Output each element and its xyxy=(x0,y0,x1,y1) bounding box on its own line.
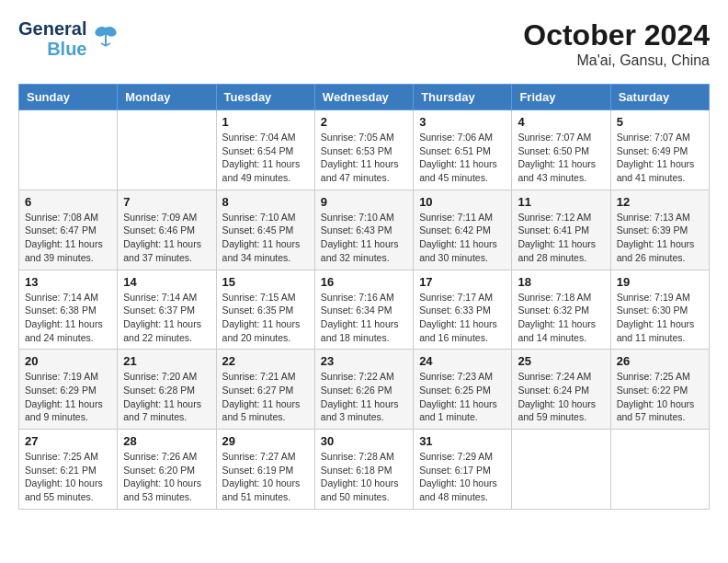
day-number: 3 xyxy=(419,115,506,129)
calendar-table: SundayMondayTuesdayWednesdayThursdayFrid… xyxy=(18,84,710,510)
day-cell: 12Sunrise: 7:13 AM Sunset: 6:39 PM Dayli… xyxy=(610,190,709,270)
day-number: 14 xyxy=(123,275,210,289)
day-info: Sunrise: 7:28 AM Sunset: 6:18 PM Dayligh… xyxy=(321,450,407,504)
day-cell: 3Sunrise: 7:06 AM Sunset: 6:51 PM Daylig… xyxy=(414,110,512,190)
day-info: Sunrise: 7:04 AM Sunset: 6:54 PM Dayligh… xyxy=(222,131,309,185)
column-header-tuesday: Tuesday xyxy=(216,85,314,110)
day-info: Sunrise: 7:23 AM Sunset: 6:25 PM Dayligh… xyxy=(419,370,506,424)
day-number: 30 xyxy=(321,434,407,448)
day-number: 16 xyxy=(321,275,407,289)
day-cell: 16Sunrise: 7:16 AM Sunset: 6:34 PM Dayli… xyxy=(314,270,413,350)
column-header-friday: Friday xyxy=(512,85,610,110)
day-number: 31 xyxy=(419,434,506,448)
calendar-header-row: SundayMondayTuesdayWednesdayThursdayFrid… xyxy=(19,85,710,110)
logo: General Blue xyxy=(18,18,119,59)
day-info: Sunrise: 7:14 AM Sunset: 6:38 PM Dayligh… xyxy=(25,291,111,345)
calendar-title: October 2024 xyxy=(523,18,710,52)
day-cell: 17Sunrise: 7:17 AM Sunset: 6:33 PM Dayli… xyxy=(414,270,512,350)
day-cell: 7Sunrise: 7:09 AM Sunset: 6:46 PM Daylig… xyxy=(118,190,216,270)
day-info: Sunrise: 7:22 AM Sunset: 6:26 PM Dayligh… xyxy=(321,370,407,424)
day-number: 24 xyxy=(419,354,506,368)
day-info: Sunrise: 7:25 AM Sunset: 6:21 PM Dayligh… xyxy=(25,450,111,504)
day-cell: 6Sunrise: 7:08 AM Sunset: 6:47 PM Daylig… xyxy=(19,190,118,270)
day-cell: 9Sunrise: 7:10 AM Sunset: 6:43 PM Daylig… xyxy=(314,190,413,270)
day-cell: 24Sunrise: 7:23 AM Sunset: 6:25 PM Dayli… xyxy=(414,350,512,430)
day-cell: 21Sunrise: 7:20 AM Sunset: 6:28 PM Dayli… xyxy=(118,350,216,430)
week-row-2: 6Sunrise: 7:08 AM Sunset: 6:47 PM Daylig… xyxy=(19,190,710,270)
day-number: 11 xyxy=(518,195,604,209)
day-info: Sunrise: 7:05 AM Sunset: 6:53 PM Dayligh… xyxy=(321,131,407,185)
day-number: 7 xyxy=(123,195,210,209)
day-number: 17 xyxy=(419,275,506,289)
day-info: Sunrise: 7:15 AM Sunset: 6:35 PM Dayligh… xyxy=(222,291,309,345)
day-number: 4 xyxy=(518,115,604,129)
day-info: Sunrise: 7:09 AM Sunset: 6:46 PM Dayligh… xyxy=(123,211,210,265)
day-cell: 11Sunrise: 7:12 AM Sunset: 6:41 PM Dayli… xyxy=(512,190,610,270)
day-cell: 20Sunrise: 7:19 AM Sunset: 6:29 PM Dayli… xyxy=(19,350,118,430)
column-header-sunday: Sunday xyxy=(19,85,118,110)
column-header-thursday: Thursday xyxy=(414,85,512,110)
day-number: 5 xyxy=(617,115,703,129)
day-info: Sunrise: 7:26 AM Sunset: 6:20 PM Dayligh… xyxy=(123,450,210,504)
page-header: General Blue October 2024 Ma'ai, Gansu, … xyxy=(18,18,710,69)
day-cell: 28Sunrise: 7:26 AM Sunset: 6:20 PM Dayli… xyxy=(118,430,216,510)
day-info: Sunrise: 7:07 AM Sunset: 6:49 PM Dayligh… xyxy=(617,131,703,185)
day-cell xyxy=(118,110,216,190)
day-number: 12 xyxy=(617,195,703,209)
day-cell: 13Sunrise: 7:14 AM Sunset: 6:38 PM Dayli… xyxy=(19,270,118,350)
day-cell: 22Sunrise: 7:21 AM Sunset: 6:27 PM Dayli… xyxy=(216,350,314,430)
day-info: Sunrise: 7:07 AM Sunset: 6:50 PM Dayligh… xyxy=(518,131,604,185)
day-number: 9 xyxy=(321,195,407,209)
day-info: Sunrise: 7:17 AM Sunset: 6:33 PM Dayligh… xyxy=(419,291,506,345)
day-info: Sunrise: 7:18 AM Sunset: 6:32 PM Dayligh… xyxy=(518,291,604,345)
day-cell: 8Sunrise: 7:10 AM Sunset: 6:45 PM Daylig… xyxy=(216,190,314,270)
day-number: 18 xyxy=(518,275,604,289)
day-cell xyxy=(19,110,118,190)
day-number: 25 xyxy=(518,354,604,368)
day-info: Sunrise: 7:16 AM Sunset: 6:34 PM Dayligh… xyxy=(321,291,407,345)
week-row-5: 27Sunrise: 7:25 AM Sunset: 6:21 PM Dayli… xyxy=(19,430,710,510)
day-number: 27 xyxy=(25,434,111,448)
logo-general: General xyxy=(18,18,86,39)
day-number: 13 xyxy=(25,275,111,289)
day-info: Sunrise: 7:08 AM Sunset: 6:47 PM Dayligh… xyxy=(25,211,111,265)
day-number: 21 xyxy=(123,354,210,368)
day-cell: 15Sunrise: 7:15 AM Sunset: 6:35 PM Dayli… xyxy=(216,270,314,350)
day-cell: 31Sunrise: 7:29 AM Sunset: 6:17 PM Dayli… xyxy=(414,430,512,510)
day-number: 29 xyxy=(222,434,309,448)
day-info: Sunrise: 7:06 AM Sunset: 6:51 PM Dayligh… xyxy=(419,131,506,185)
day-info: Sunrise: 7:29 AM Sunset: 6:17 PM Dayligh… xyxy=(419,450,506,504)
calendar-subtitle: Ma'ai, Gansu, China xyxy=(523,52,710,69)
week-row-1: 1Sunrise: 7:04 AM Sunset: 6:54 PM Daylig… xyxy=(19,110,710,190)
day-cell: 1Sunrise: 7:04 AM Sunset: 6:54 PM Daylig… xyxy=(216,110,314,190)
week-row-4: 20Sunrise: 7:19 AM Sunset: 6:29 PM Dayli… xyxy=(19,350,710,430)
day-info: Sunrise: 7:10 AM Sunset: 6:45 PM Dayligh… xyxy=(222,211,309,265)
column-header-monday: Monday xyxy=(118,85,216,110)
day-info: Sunrise: 7:10 AM Sunset: 6:43 PM Dayligh… xyxy=(321,211,407,265)
day-number: 20 xyxy=(25,354,111,368)
day-info: Sunrise: 7:25 AM Sunset: 6:22 PM Dayligh… xyxy=(617,370,703,424)
day-cell: 26Sunrise: 7:25 AM Sunset: 6:22 PM Dayli… xyxy=(610,350,709,430)
day-cell: 10Sunrise: 7:11 AM Sunset: 6:42 PM Dayli… xyxy=(414,190,512,270)
day-cell xyxy=(512,430,610,510)
logo-bird-icon xyxy=(92,23,119,54)
day-cell: 25Sunrise: 7:24 AM Sunset: 6:24 PM Dayli… xyxy=(512,350,610,430)
title-block: October 2024 Ma'ai, Gansu, China xyxy=(523,18,710,69)
day-number: 23 xyxy=(321,354,407,368)
day-info: Sunrise: 7:12 AM Sunset: 6:41 PM Dayligh… xyxy=(518,211,604,265)
day-info: Sunrise: 7:21 AM Sunset: 6:27 PM Dayligh… xyxy=(222,370,309,424)
day-number: 2 xyxy=(321,115,407,129)
day-cell xyxy=(610,430,709,510)
day-info: Sunrise: 7:19 AM Sunset: 6:30 PM Dayligh… xyxy=(617,291,703,345)
column-header-saturday: Saturday xyxy=(610,85,709,110)
day-number: 6 xyxy=(25,195,111,209)
day-number: 15 xyxy=(222,275,309,289)
day-number: 19 xyxy=(617,275,703,289)
day-cell: 27Sunrise: 7:25 AM Sunset: 6:21 PM Dayli… xyxy=(19,430,118,510)
day-number: 1 xyxy=(222,115,309,129)
day-number: 22 xyxy=(222,354,309,368)
day-cell: 30Sunrise: 7:28 AM Sunset: 6:18 PM Dayli… xyxy=(314,430,413,510)
day-cell: 2Sunrise: 7:05 AM Sunset: 6:53 PM Daylig… xyxy=(314,110,413,190)
day-number: 10 xyxy=(419,195,506,209)
day-info: Sunrise: 7:14 AM Sunset: 6:37 PM Dayligh… xyxy=(123,291,210,345)
